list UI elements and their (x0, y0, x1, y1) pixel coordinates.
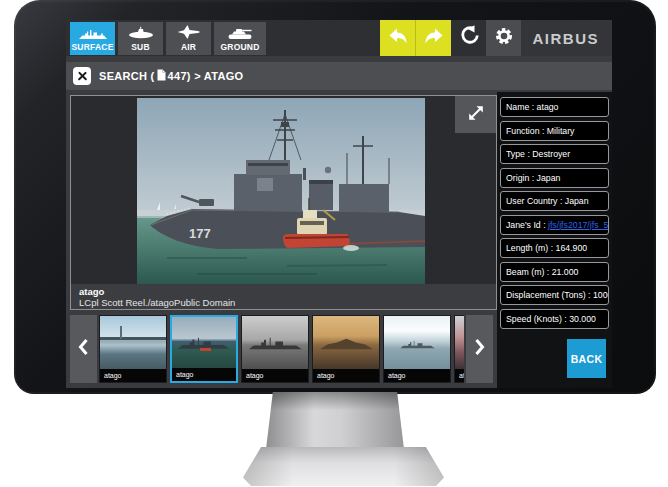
screenshot-root: SURFACE SUB AIR (0, 0, 668, 487)
thumbnail-label: atago (100, 369, 166, 382)
thumbnail[interactable]: atago (312, 315, 380, 383)
aircraft-icon (177, 24, 201, 42)
thumbnail-image (242, 316, 308, 369)
tab-air[interactable]: AIR (166, 22, 211, 55)
tab-sub-label: SUB (131, 42, 150, 52)
detail-janes-id: Jane's Id : jfs/jfs2017/jfs_56... (500, 215, 609, 235)
thumbnail-image (100, 316, 166, 369)
detail-origin: Origin : Japan (500, 168, 609, 188)
details-panel: Name : atago Function : Military Type : … (497, 92, 612, 388)
back-button[interactable]: BACK (567, 339, 606, 378)
refresh-icon (458, 25, 480, 51)
detail-type: Type : Destroyer (500, 144, 609, 164)
settings-button[interactable] (486, 20, 521, 56)
carousel-prev-button[interactable] (70, 315, 97, 383)
tab-ground-label: GROUND (221, 42, 260, 52)
thumbnail-image (384, 316, 450, 369)
thumbnail-selected[interactable]: atago (170, 315, 238, 383)
tab-surface-label: SURFACE (71, 42, 113, 52)
redo-button[interactable] (415, 20, 451, 56)
thumbnail-image (455, 316, 464, 369)
thumbnail-label: atago (172, 368, 236, 381)
caption-credit: LCpl Scott Reel./atagoPublic Domain (79, 297, 496, 308)
detail-displacement: Displacement (Tons) : 10000 (500, 285, 609, 305)
janes-id-link[interactable]: jfs/jfs2017/jfs_56... (548, 219, 609, 230)
thumbnail-label: atago (242, 369, 308, 382)
photo-caption: atago LCpl Scott Reel./atagoPublic Domai… (71, 284, 496, 309)
caption-title: atago (79, 286, 496, 297)
detail-name: Name : atago (500, 97, 609, 117)
top-toolbar: SURFACE SUB AIR (66, 20, 612, 56)
tab-air-label: AIR (181, 42, 196, 52)
tab-sub[interactable]: SUB (118, 22, 163, 55)
breadcrumb-rest: 447) > ATAGO (168, 70, 244, 82)
carousel-next-button[interactable] (466, 315, 493, 383)
surface-ship-icon (78, 26, 108, 42)
close-search-button[interactable] (73, 67, 91, 85)
airbus-logo: AIRBUS (521, 20, 612, 56)
toolbar-actions: AIRBUS (380, 20, 612, 56)
undo-button[interactable] (380, 20, 415, 56)
tab-ground[interactable]: GROUND (214, 22, 266, 55)
chevron-left-icon (78, 338, 89, 360)
breadcrumb: SEARCH ( 447) > ATAGO (99, 69, 243, 83)
tab-surface[interactable]: SURFACE (70, 22, 115, 55)
detail-function: Function : Military (500, 121, 609, 141)
thumbnail[interactable]: atago (99, 315, 167, 383)
detail-beam: Beam (m) : 21.000 (500, 262, 609, 282)
thumbnail[interactable]: atago (383, 315, 451, 383)
app-window: SURFACE SUB AIR (66, 20, 612, 388)
monitor-stand-base (243, 447, 444, 486)
thumbnail-label: atago (313, 369, 379, 382)
search-breadcrumb-bar: SEARCH ( 447) > ATAGO (66, 62, 612, 90)
expand-icon (467, 104, 485, 126)
detail-user-country: User Country : Japan (500, 191, 609, 211)
detail-length: Length (m) : 164.900 (500, 238, 609, 258)
category-tabs: SURFACE SUB AIR (70, 22, 266, 55)
fullscreen-button[interactable] (455, 96, 496, 133)
thumbnail[interactable]: atago (241, 315, 309, 383)
breadcrumb-prefix: SEARCH ( (99, 70, 155, 82)
thumbnail-image (172, 317, 236, 368)
monitor-stand-neck (266, 392, 404, 449)
image-viewer: 177 (70, 95, 497, 310)
thumbnail-label: atago (455, 369, 464, 382)
main-ship-photo: 177 (137, 98, 425, 284)
hull-number: 177 (189, 226, 211, 241)
gear-icon (494, 26, 514, 50)
thumbnail-image (313, 316, 379, 369)
redo-icon (423, 27, 445, 49)
tank-icon (227, 26, 253, 42)
chevron-right-icon (474, 338, 485, 360)
detail-speed: Speed (Knots) : 30.000 (500, 309, 609, 329)
thumbnail-carousel: atago atago atago (99, 315, 464, 383)
undo-icon (387, 27, 409, 49)
refresh-button[interactable] (451, 20, 486, 56)
submarine-icon (128, 26, 154, 42)
document-icon (157, 69, 166, 83)
thumbnail[interactable]: atago (454, 315, 464, 383)
thumbnail-label: atago (384, 369, 450, 382)
